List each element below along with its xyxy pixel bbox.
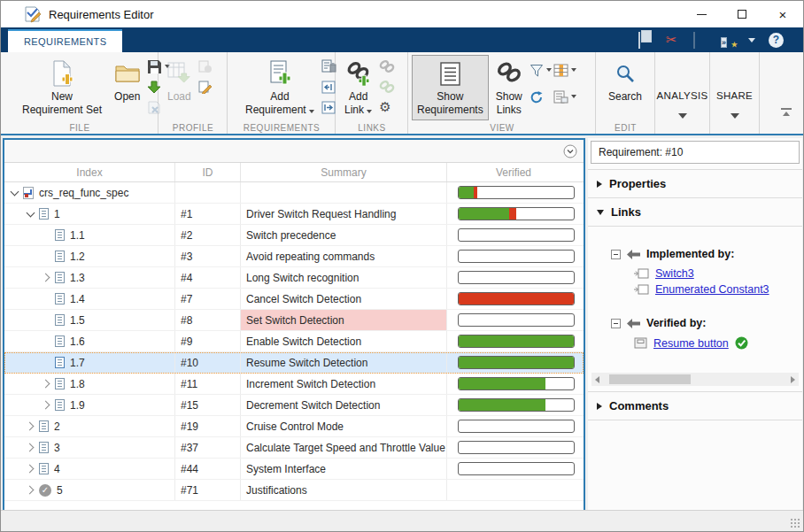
search-button[interactable]: Search — [603, 55, 647, 107]
requirement-header: Requirement: #10 — [591, 141, 800, 164]
table-row[interactable]: crs_req_func_spec — [4, 182, 584, 204]
table-row[interactable]: 1.1 #2 Switch precedence — [4, 225, 584, 246]
table-row[interactable]: 1.8 #11 Increment Switch Detection — [4, 374, 584, 395]
verified-bar — [458, 271, 575, 284]
expand-chevron-icon[interactable] — [41, 378, 53, 390]
requirements-table-panel: Index ID Summary Verified crs_req_func_s… — [3, 138, 585, 512]
table-row[interactable]: 1.4 #7 Cancel Switch Detection — [4, 289, 584, 310]
columns-button[interactable] — [553, 62, 576, 78]
copy-icon[interactable] — [638, 33, 653, 47]
table-row[interactable]: 1 #1 Driver Switch Request Handling — [4, 204, 584, 225]
table-body: crs_req_func_spec 1 #1 Driver Switch Req… — [4, 182, 584, 501]
column-header-id[interactable]: ID — [175, 163, 241, 181]
show-links-button[interactable]: Show Links — [491, 55, 528, 120]
details-panel: Requirement: #10 Properties Links Implem… — [588, 138, 802, 512]
table-row[interactable]: 1.9 #15 Decrement Switch Detection — [4, 395, 584, 416]
tab-requirements[interactable]: REQUIREMENTS — [8, 29, 122, 52]
scroll-left-icon[interactable] — [595, 376, 599, 383]
analysis-button[interactable]: ANALYSIS — [657, 90, 708, 119]
expand-chevron-icon[interactable] — [25, 484, 37, 497]
add-requirement-dropdown-icon[interactable] — [309, 110, 314, 113]
filter-dropdown-icon[interactable] — [546, 68, 552, 72]
row-index-cell: 1.3 — [4, 267, 175, 288]
expand-chevron-icon[interactable] — [25, 463, 37, 475]
table-row[interactable]: 1.2 #3 Avoid repeating commands — [4, 246, 584, 267]
verified-bar — [458, 356, 575, 369]
panel-options-button[interactable] — [563, 144, 577, 158]
column-header-summary[interactable]: Summary — [241, 163, 447, 181]
minimize-button[interactable] — [681, 1, 722, 27]
edit-profile-icon[interactable] — [198, 79, 213, 95]
table-row[interactable]: 4 #44 System Interface — [4, 459, 584, 480]
table-row[interactable]: 1.6 #9 Enable Switch Detection — [4, 331, 584, 352]
links-horizontal-scrollbar[interactable] — [591, 373, 799, 386]
command-prompt-icon[interactable]: » — [721, 33, 735, 47]
column-header-verified[interactable]: Verified — [447, 163, 580, 181]
show-requirements-button[interactable]: Show Requirements — [412, 55, 489, 120]
resize-grip-icon[interactable] — [791, 519, 800, 528]
row-index-cell: 1.5 — [4, 310, 175, 330]
comments-section-header[interactable]: Comments — [588, 392, 802, 420]
links-section-label: LINKS — [336, 123, 408, 133]
display-options-dropdown-icon[interactable] — [571, 95, 576, 98]
display-options-button[interactable] — [553, 89, 576, 104]
collapse-box-icon[interactable] — [611, 319, 621, 328]
row-index-cell: 1.8 — [4, 374, 175, 394]
table-row[interactable]: 3 #37 Calculate Target Speed and Throttl… — [4, 437, 584, 459]
expand-chevron-icon[interactable] — [41, 399, 53, 412]
delete-requirement-button[interactable] — [321, 58, 336, 74]
row-index-cell: 1.9 — [4, 395, 175, 415]
add-requirement-button[interactable]: Add Requirement — [240, 55, 320, 120]
status-bar — [1, 510, 803, 531]
expand-chevron-icon[interactable] — [41, 272, 53, 284]
titlebar: Requirements Editor × — [1, 1, 803, 27]
scrollbar-thumb[interactable] — [609, 374, 691, 384]
row-verified-cell — [447, 267, 580, 288]
expand-chevron-icon[interactable] — [25, 442, 37, 454]
link-resume-button[interactable]: Resume button — [653, 337, 729, 350]
table-row[interactable]: 1.3 #4 Long Switch recognition — [4, 267, 584, 289]
share-button[interactable]: SHARE — [716, 90, 753, 119]
properties-section-header[interactable]: Properties — [588, 170, 802, 197]
row-id-cell: #19 — [175, 416, 241, 436]
maximize-button[interactable] — [722, 1, 762, 27]
scroll-right-icon[interactable] — [791, 376, 795, 383]
add-link-button[interactable]: Add Link — [339, 55, 377, 120]
expand-chevron-icon[interactable] — [25, 208, 37, 220]
cut-icon[interactable]: ✂ — [666, 33, 680, 47]
expand-chevron-icon[interactable] — [9, 187, 21, 199]
row-index-label: 5 — [57, 484, 63, 497]
table-row[interactable]: 1.5 #8 Set Switch Detection — [4, 310, 584, 331]
requirement-icon — [55, 399, 65, 411]
close-button[interactable]: × — [762, 1, 803, 27]
verified-bar-green — [459, 399, 545, 411]
column-header-index[interactable]: Index — [4, 163, 175, 181]
columns-dropdown-icon[interactable] — [571, 68, 576, 72]
table-row-selected[interactable]: 1.7 #10 Resume Switch Detection — [4, 352, 584, 374]
verified-bar — [458, 441, 575, 454]
link-enumerated-constant3[interactable]: Enumerated Constant3 — [655, 283, 769, 296]
qat-dropdown-icon[interactable] — [748, 38, 755, 42]
help-icon[interactable]: ? — [769, 33, 784, 48]
links-section-header[interactable]: Links — [588, 198, 802, 226]
promote-requirement-button[interactable] — [321, 79, 336, 95]
link-switch3[interactable]: Switch3 — [655, 267, 694, 280]
new-requirement-set-button[interactable]: New Requirement Set — [17, 55, 107, 120]
requirement-icon — [39, 208, 49, 220]
row-index-cell: 4 — [4, 459, 175, 479]
row-verified-cell — [447, 182, 580, 203]
filter-button[interactable] — [530, 62, 552, 78]
gear-icon[interactable]: ⚙ — [379, 99, 395, 115]
open-button[interactable]: Open — [109, 55, 145, 107]
expand-chevron-icon[interactable] — [25, 420, 37, 433]
add-link-dropdown-icon[interactable] — [367, 110, 372, 113]
collapse-box-icon[interactable] — [611, 250, 621, 259]
collapse-ribbon-icon[interactable] — [780, 108, 792, 118]
demote-requirement-button[interactable] — [321, 99, 336, 115]
row-index-label: 1.9 — [70, 399, 85, 412]
row-index-label: 1.1 — [70, 229, 85, 242]
table-row[interactable]: 2 #19 Cruise Control Mode — [4, 416, 584, 437]
row-index-label: 3 — [54, 442, 60, 454]
table-row[interactable]: 5 #71 Justifications — [4, 480, 584, 501]
refresh-button[interactable] — [530, 89, 552, 104]
